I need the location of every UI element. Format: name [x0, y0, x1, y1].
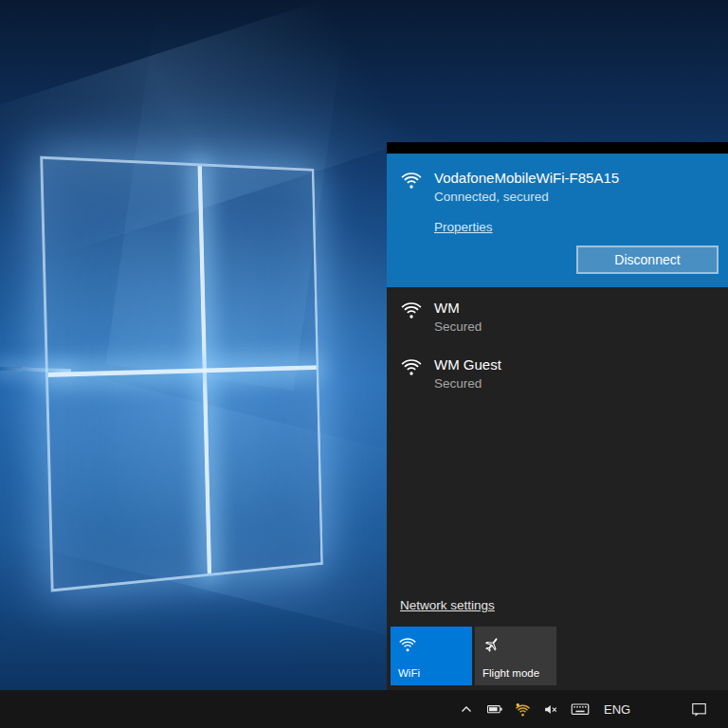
wifi-icon	[400, 298, 423, 320]
flight-mode-toggle-label: Flight mode	[482, 667, 539, 679]
network-status: Secured	[434, 376, 501, 391]
desktop-screen: VodafoneMobileWiFi-F85A15 Connected, sec…	[0, 0, 728, 728]
network-item[interactable]: WM Secured	[387, 287, 728, 344]
wifi-icon	[400, 355, 423, 377]
flyout-spacer	[387, 401, 728, 598]
disconnect-row: Disconnect	[400, 246, 719, 274]
chevron-up-icon[interactable]	[455, 694, 477, 724]
network-flyout: VodafoneMobileWiFi-F85A15 Connected, sec…	[387, 142, 728, 690]
network-status: Connected, secured	[434, 190, 619, 204]
volume-muted-icon[interactable]	[540, 694, 562, 724]
windows-logo-art	[40, 156, 323, 592]
battery-icon[interactable]	[483, 694, 505, 724]
network-item[interactable]: WM Guest Secured	[387, 344, 728, 401]
network-name: VodafoneMobileWiFi-F85A15	[434, 169, 619, 187]
network-item-connected[interactable]: VodafoneMobileWiFi-F85A15 Connected, sec…	[387, 154, 728, 287]
disconnect-button[interactable]: Disconnect	[576, 246, 719, 274]
action-center-icon[interactable]	[682, 694, 715, 724]
network-settings-link[interactable]: Network settings	[400, 598, 495, 612]
wifi-toggle-label: WiFi	[398, 667, 420, 679]
network-item-texts: WM Guest Secured	[434, 355, 501, 391]
flyout-top-strip	[387, 142, 728, 154]
keyboard-icon[interactable]	[569, 694, 591, 724]
network-name: WM	[434, 299, 482, 317]
quick-actions: WiFi Flight mode	[387, 627, 728, 690]
taskbar: ENG	[0, 690, 728, 728]
system-tray: ENG	[455, 690, 637, 728]
network-status: Secured	[434, 319, 482, 334]
wifi-warning-icon[interactable]	[512, 694, 534, 724]
wifi-icon	[398, 634, 417, 653]
wifi-icon	[400, 168, 423, 191]
network-item-texts: WM Secured	[434, 298, 482, 334]
network-item-texts: VodafoneMobileWiFi-F85A15 Connected, sec…	[434, 168, 619, 204]
network-name: WM Guest	[434, 355, 501, 373]
airplane-icon	[482, 634, 501, 653]
properties-link[interactable]: Properties	[434, 220, 493, 234]
flight-mode-toggle-button[interactable]: Flight mode	[475, 627, 556, 685]
network-list: WM Secured WM Guest Secured	[387, 287, 728, 401]
language-indicator[interactable]: ENG	[597, 694, 637, 724]
wifi-toggle-button[interactable]: WiFi	[391, 627, 472, 685]
